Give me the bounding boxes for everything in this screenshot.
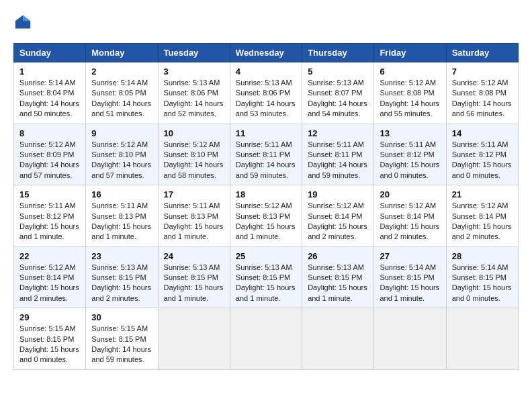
logo xyxy=(13,13,35,32)
calendar-cell: 13Sunrise: 5:11 AMSunset: 8:12 PMDayligh… xyxy=(374,124,446,185)
calendar-cell: 16Sunrise: 5:11 AMSunset: 8:13 PMDayligh… xyxy=(86,185,158,247)
day-info: Sunrise: 5:11 AMSunset: 8:12 PMDaylight:… xyxy=(452,140,513,181)
calendar-cell: 12Sunrise: 5:11 AMSunset: 8:11 PMDayligh… xyxy=(302,124,374,185)
calendar-cell: 27Sunrise: 5:14 AMSunset: 8:15 PMDayligh… xyxy=(374,246,446,308)
calendar-week-row: 1Sunrise: 5:14 AMSunset: 8:04 PMDaylight… xyxy=(14,62,519,124)
day-number: 29 xyxy=(19,312,80,322)
calendar-cell: 1Sunrise: 5:14 AMSunset: 8:04 PMDaylight… xyxy=(14,62,86,124)
day-info: Sunrise: 5:12 AMSunset: 8:14 PMDaylight:… xyxy=(452,201,513,242)
calendar-cell: 24Sunrise: 5:13 AMSunset: 8:15 PMDayligh… xyxy=(158,246,230,308)
day-number: 14 xyxy=(452,128,513,138)
calendar-cell: 4Sunrise: 5:13 AMSunset: 8:06 PMDaylight… xyxy=(230,62,302,124)
day-number: 4 xyxy=(236,66,296,77)
calendar-week-row: 22Sunrise: 5:12 AMSunset: 8:14 PMDayligh… xyxy=(14,246,519,308)
day-info: Sunrise: 5:12 AMSunset: 8:13 PMDaylight:… xyxy=(236,201,296,242)
calendar-cell: 11Sunrise: 5:11 AMSunset: 8:11 PMDayligh… xyxy=(230,124,302,185)
calendar-header-saturday: Saturday xyxy=(446,44,518,62)
calendar-cell: 17Sunrise: 5:11 AMSunset: 8:13 PMDayligh… xyxy=(158,185,230,247)
day-info: Sunrise: 5:15 AMSunset: 8:15 PMDaylight:… xyxy=(19,324,80,365)
day-info: Sunrise: 5:13 AMSunset: 8:06 PMDaylight:… xyxy=(164,78,224,120)
calendar-week-row: 8Sunrise: 5:12 AMSunset: 8:09 PMDaylight… xyxy=(14,124,519,185)
day-info: Sunrise: 5:12 AMSunset: 8:08 PMDaylight:… xyxy=(452,78,513,120)
day-number: 13 xyxy=(380,128,440,138)
day-info: Sunrise: 5:14 AMSunset: 8:15 PMDaylight:… xyxy=(380,263,440,304)
day-info: Sunrise: 5:14 AMSunset: 8:15 PMDaylight:… xyxy=(452,263,513,304)
day-number: 12 xyxy=(308,128,368,138)
calendar-header-row: SundayMondayTuesdayWednesdayThursdayFrid… xyxy=(14,44,519,62)
day-info: Sunrise: 5:12 AMSunset: 8:14 PMDaylight:… xyxy=(19,263,80,304)
day-info: Sunrise: 5:12 AMSunset: 8:10 PMDaylight:… xyxy=(164,140,224,181)
day-number: 8 xyxy=(19,128,80,138)
day-info: Sunrise: 5:14 AMSunset: 8:05 PMDaylight:… xyxy=(91,78,152,120)
day-number: 7 xyxy=(452,66,513,77)
calendar-header-sunday: Sunday xyxy=(14,44,86,62)
calendar-cell: 22Sunrise: 5:12 AMSunset: 8:14 PMDayligh… xyxy=(14,246,86,308)
day-number: 28 xyxy=(452,251,513,261)
page-header xyxy=(13,13,519,32)
calendar-cell: 6Sunrise: 5:12 AMSunset: 8:08 PMDaylight… xyxy=(374,62,446,124)
day-number: 26 xyxy=(308,251,368,261)
calendar-cell: 18Sunrise: 5:12 AMSunset: 8:13 PMDayligh… xyxy=(230,185,302,247)
day-number: 1 xyxy=(19,66,80,77)
day-number: 21 xyxy=(452,189,513,199)
day-info: Sunrise: 5:11 AMSunset: 8:11 PMDaylight:… xyxy=(236,140,296,181)
day-info: Sunrise: 5:13 AMSunset: 8:15 PMDaylight:… xyxy=(91,263,152,304)
day-info: Sunrise: 5:12 AMSunset: 8:10 PMDaylight:… xyxy=(91,140,152,181)
calendar-cell: 23Sunrise: 5:13 AMSunset: 8:15 PMDayligh… xyxy=(86,246,158,308)
day-info: Sunrise: 5:11 AMSunset: 8:13 PMDaylight:… xyxy=(91,201,152,242)
day-number: 24 xyxy=(164,251,224,261)
day-info: Sunrise: 5:13 AMSunset: 8:15 PMDaylight:… xyxy=(236,263,296,304)
calendar-cell: 5Sunrise: 5:13 AMSunset: 8:07 PMDaylight… xyxy=(302,62,374,124)
day-number: 18 xyxy=(236,189,296,199)
day-number: 15 xyxy=(19,189,80,199)
calendar-week-row: 15Sunrise: 5:11 AMSunset: 8:12 PMDayligh… xyxy=(14,185,519,247)
day-info: Sunrise: 5:11 AMSunset: 8:12 PMDaylight:… xyxy=(380,140,440,181)
calendar-cell: 14Sunrise: 5:11 AMSunset: 8:12 PMDayligh… xyxy=(446,124,518,185)
calendar-cell: 21Sunrise: 5:12 AMSunset: 8:14 PMDayligh… xyxy=(446,185,518,247)
calendar-cell: 28Sunrise: 5:14 AMSunset: 8:15 PMDayligh… xyxy=(446,246,518,308)
day-info: Sunrise: 5:12 AMSunset: 8:08 PMDaylight:… xyxy=(380,78,440,120)
calendar-cell xyxy=(158,308,230,370)
day-number: 23 xyxy=(91,251,152,261)
day-number: 11 xyxy=(236,128,296,138)
calendar-cell: 29Sunrise: 5:15 AMSunset: 8:15 PMDayligh… xyxy=(14,308,86,370)
day-number: 3 xyxy=(164,66,224,77)
day-info: Sunrise: 5:15 AMSunset: 8:15 PMDaylight:… xyxy=(91,324,152,365)
calendar-cell: 15Sunrise: 5:11 AMSunset: 8:12 PMDayligh… xyxy=(14,185,86,247)
day-number: 22 xyxy=(19,251,80,261)
day-number: 5 xyxy=(308,66,368,77)
day-info: Sunrise: 5:12 AMSunset: 8:09 PMDaylight:… xyxy=(19,140,80,181)
calendar-cell: 8Sunrise: 5:12 AMSunset: 8:09 PMDaylight… xyxy=(14,124,86,185)
calendar-cell: 26Sunrise: 5:13 AMSunset: 8:15 PMDayligh… xyxy=(302,246,374,308)
calendar-cell xyxy=(446,308,518,370)
calendar-cell: 7Sunrise: 5:12 AMSunset: 8:08 PMDaylight… xyxy=(446,62,518,124)
day-info: Sunrise: 5:11 AMSunset: 8:11 PMDaylight:… xyxy=(308,140,368,181)
logo-icon xyxy=(13,13,32,32)
calendar-table: SundayMondayTuesdayWednesdayThursdayFrid… xyxy=(13,43,519,370)
calendar-cell: 3Sunrise: 5:13 AMSunset: 8:06 PMDaylight… xyxy=(158,62,230,124)
day-number: 6 xyxy=(380,66,440,77)
day-number: 27 xyxy=(380,251,440,261)
day-number: 2 xyxy=(91,66,152,77)
day-number: 16 xyxy=(91,189,152,199)
day-number: 17 xyxy=(164,189,224,199)
svg-marker-1 xyxy=(23,15,30,21)
day-number: 19 xyxy=(308,189,368,199)
calendar-cell: 9Sunrise: 5:12 AMSunset: 8:10 PMDaylight… xyxy=(86,124,158,185)
calendar-header-friday: Friday xyxy=(374,44,446,62)
calendar-cell: 30Sunrise: 5:15 AMSunset: 8:15 PMDayligh… xyxy=(86,308,158,370)
calendar-week-row: 29Sunrise: 5:15 AMSunset: 8:15 PMDayligh… xyxy=(14,308,519,370)
calendar-cell: 10Sunrise: 5:12 AMSunset: 8:10 PMDayligh… xyxy=(158,124,230,185)
day-number: 30 xyxy=(91,312,152,322)
day-info: Sunrise: 5:14 AMSunset: 8:04 PMDaylight:… xyxy=(19,78,80,120)
day-info: Sunrise: 5:13 AMSunset: 8:07 PMDaylight:… xyxy=(308,78,368,120)
day-info: Sunrise: 5:13 AMSunset: 8:06 PMDaylight:… xyxy=(236,78,296,120)
day-number: 25 xyxy=(236,251,296,261)
day-number: 9 xyxy=(91,128,152,138)
calendar-header-wednesday: Wednesday xyxy=(230,44,302,62)
calendar-header-tuesday: Tuesday xyxy=(158,44,230,62)
calendar-header-monday: Monday xyxy=(86,44,158,62)
day-number: 10 xyxy=(164,128,224,138)
calendar-cell xyxy=(230,308,302,370)
day-info: Sunrise: 5:12 AMSunset: 8:14 PMDaylight:… xyxy=(380,201,440,242)
